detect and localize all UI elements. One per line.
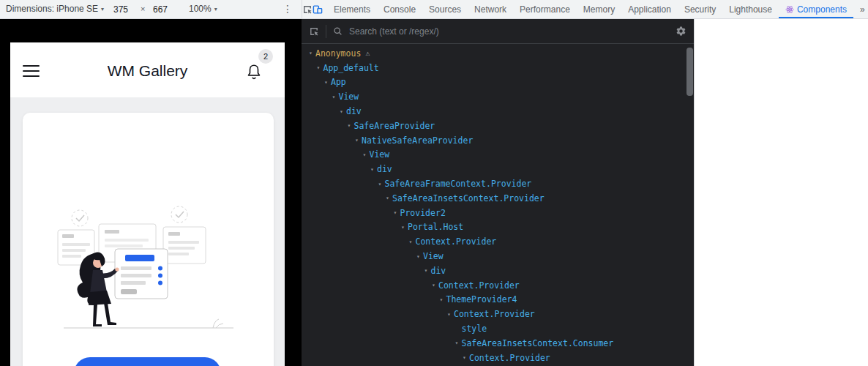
- expand-arrow-icon[interactable]: ▾: [414, 253, 423, 260]
- more-options-icon[interactable]: ⋮: [283, 3, 293, 15]
- person-figure: [77, 252, 119, 326]
- component-name: Anonymous: [315, 48, 361, 59]
- scrollbar-thumb[interactable]: [686, 48, 693, 96]
- tab-elements[interactable]: Elements: [327, 0, 377, 18]
- tree-item[interactable]: ▾div: [302, 264, 685, 278]
- component-name: App_default: [323, 63, 379, 73]
- tab-console[interactable]: Console: [377, 0, 422, 18]
- tab-components[interactable]: Components: [779, 0, 853, 18]
- component-name: SafeAreaInsetsContext.Consumer: [462, 338, 614, 348]
- zoom-select[interactable]: 100% ▾: [189, 4, 217, 14]
- width-field[interactable]: 375: [110, 3, 132, 16]
- tab-label: Network: [474, 4, 506, 15]
- tree-item[interactable]: ▾App: [302, 75, 685, 90]
- dimensions-select[interactable]: Dimensions: iPhone SE ▾: [6, 4, 104, 14]
- tree-item[interactable]: ▾View: [302, 148, 685, 163]
- expand-arrow-icon[interactable]: ▾: [398, 224, 408, 231]
- expand-arrow-icon[interactable]: ▾: [460, 354, 469, 361]
- expand-arrow-icon[interactable]: ▾: [321, 79, 331, 86]
- expand-arrow-icon[interactable]: ▾: [345, 122, 354, 129]
- height-field[interactable]: 667: [149, 3, 171, 16]
- tree-item[interactable]: ▾div: [302, 104, 685, 119]
- tab-lighthouse[interactable]: Lighthouse: [722, 0, 779, 18]
- tree-item[interactable]: ▾SafeAreaProvider: [302, 119, 685, 133]
- expand-arrow-icon[interactable]: ▾: [352, 137, 362, 143]
- tab-application[interactable]: Application: [621, 0, 678, 18]
- expand-arrow-icon[interactable]: ▾: [375, 181, 385, 187]
- expand-arrow-icon[interactable]: ▾: [444, 311, 454, 318]
- empty-state-illustration: [53, 205, 244, 340]
- tab-label: Console: [384, 4, 416, 15]
- tree-item[interactable]: ▾Portal.Host: [302, 220, 685, 235]
- react-components-panel: ▾Anonymous⚠▾App_default▾App▾View▾div▾Saf…: [302, 19, 694, 366]
- component-name: Context.Provider: [438, 280, 520, 291]
- expand-arrow-icon[interactable]: ▾: [429, 282, 438, 288]
- gear-icon[interactable]: [676, 26, 686, 37]
- device-toolbar: Dimensions: iPhone SE ▾ 375 × 667 100% ▾…: [0, 0, 302, 19]
- inspect-element-icon[interactable]: [302, 0, 313, 18]
- component-name: div: [431, 266, 446, 276]
- tree-item[interactable]: ▾style: [302, 321, 685, 336]
- inspect-component-icon[interactable]: [309, 26, 319, 37]
- scrollbar[interactable]: [686, 46, 693, 365]
- bell-icon[interactable]: [246, 63, 262, 81]
- tree-item[interactable]: ▾ThemeProvider4: [302, 293, 685, 307]
- expand-arrow-icon[interactable]: ▾: [314, 64, 323, 71]
- expand-arrow-icon[interactable]: ▾: [329, 94, 339, 100]
- tab-sources[interactable]: Sources: [422, 0, 468, 18]
- primary-button[interactable]: [74, 357, 221, 366]
- expand-arrow-icon[interactable]: ▾: [367, 166, 377, 173]
- tree-item[interactable]: ▾div: [302, 162, 685, 176]
- tree-item[interactable]: ▾Anonymous⚠: [302, 46, 685, 61]
- tab-performance[interactable]: Performance: [513, 0, 577, 18]
- tab-label: Performance: [520, 4, 570, 15]
- component-name: View: [370, 149, 390, 160]
- component-name: View: [339, 92, 359, 102]
- tree-item[interactable]: ▾Context.Provider: [302, 278, 685, 293]
- tree-item[interactable]: ▾View: [302, 89, 685, 104]
- app-header: WM Gallery 2: [10, 42, 285, 97]
- tab-label: Lighthouse: [729, 4, 772, 15]
- device-toolbar-toggle-icon[interactable]: [313, 0, 323, 18]
- component-name: View: [423, 251, 444, 261]
- tree-item[interactable]: ▾View: [302, 249, 685, 264]
- expand-arrow-icon[interactable]: ▾: [437, 296, 446, 303]
- tree-item[interactable]: ▾Context.Provider: [302, 351, 685, 365]
- component-name: NativeSafeAreaProvider: [362, 135, 473, 146]
- expand-arrow-icon[interactable]: ▾: [406, 239, 416, 245]
- content-card: [23, 113, 274, 366]
- tree-item[interactable]: ▾SafeAreaInsetsContext.Consumer: [302, 336, 685, 351]
- notification-badge: 2: [258, 49, 273, 64]
- search-input[interactable]: [349, 26, 669, 37]
- expand-arrow-icon[interactable]: ▾: [422, 267, 431, 274]
- zoom-value: 100%: [189, 4, 212, 14]
- tree-item[interactable]: ▾SafeAreaInsetsContext.Provider: [302, 191, 685, 206]
- component-name: div: [377, 164, 392, 174]
- props-pane: [694, 19, 868, 366]
- expand-arrow-icon[interactable]: ▾: [391, 209, 400, 216]
- expand-arrow-icon[interactable]: ▾: [452, 340, 462, 346]
- expand-arrow-icon[interactable]: ▾: [383, 195, 392, 201]
- tree-item[interactable]: ▾NativeSafeAreaProvider: [302, 133, 685, 148]
- tree-item[interactable]: ▾SafeAreaFrameContext.Provider: [302, 176, 685, 191]
- tree-item[interactable]: ▾App_default: [302, 61, 685, 75]
- more-tabs-icon[interactable]: »: [853, 0, 868, 18]
- tab-memory[interactable]: Memory: [577, 0, 621, 18]
- devtools: ElementsConsoleSourcesNetworkPerformance…: [302, 0, 868, 366]
- tree-item[interactable]: ▾Context.Provider: [302, 234, 685, 249]
- expand-arrow-icon[interactable]: ▾: [306, 50, 315, 56]
- dimensions-label: Dimensions: iPhone SE: [6, 4, 98, 14]
- tree-item[interactable]: ▾Provider2: [302, 206, 685, 220]
- tab-label: Application: [628, 4, 671, 15]
- tree-item[interactable]: ▾Context.Provider: [302, 307, 685, 321]
- component-name: ThemeProvider4: [446, 294, 517, 305]
- device-emulator-area: WM Gallery 2: [0, 19, 302, 366]
- tab-label: Components: [797, 4, 847, 15]
- tab-label: Security: [684, 4, 716, 15]
- expand-arrow-icon[interactable]: ▾: [360, 152, 370, 158]
- expand-arrow-icon[interactable]: ▾: [337, 108, 346, 115]
- tab-network[interactable]: Network: [468, 0, 513, 18]
- tab-security[interactable]: Security: [678, 0, 722, 18]
- component-name: div: [346, 106, 362, 116]
- react-logo-icon: [785, 5, 797, 14]
